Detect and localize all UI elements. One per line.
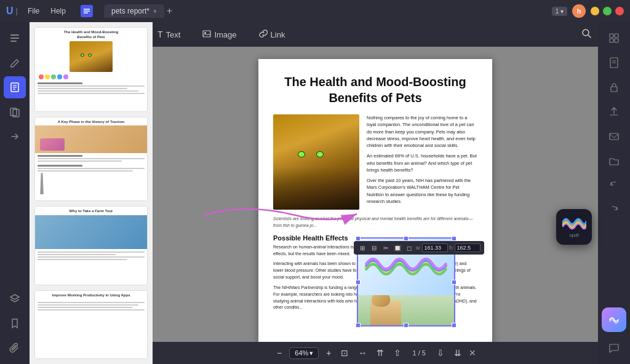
sidebar-icon-home[interactable] bbox=[4, 27, 26, 49]
minimize-button[interactable] bbox=[591, 7, 599, 15]
zoom-out-button[interactable]: − bbox=[274, 347, 284, 359]
page-prev-button[interactable]: ⇧ bbox=[391, 347, 404, 359]
svg-rect-19 bbox=[615, 39, 618, 42]
resize-handle-mr[interactable] bbox=[452, 280, 457, 285]
height-input[interactable] bbox=[455, 243, 480, 252]
svg-rect-18 bbox=[610, 39, 613, 42]
resize-handle-tm[interactable] bbox=[404, 236, 409, 241]
user-avatar[interactable]: h bbox=[572, 4, 586, 18]
thumb-num-4: 4 bbox=[35, 358, 147, 359]
fit-width-button[interactable]: ↔ bbox=[356, 347, 369, 359]
thumb-line-4c bbox=[38, 307, 133, 308]
svg-rect-12 bbox=[203, 31, 210, 37]
page-number: 1 / 5 bbox=[409, 349, 429, 357]
maximize-button[interactable] bbox=[603, 7, 612, 15]
zoom-in-button[interactable]: + bbox=[324, 347, 333, 359]
link-label: Link bbox=[271, 30, 285, 39]
dim-tool-2[interactable]: ⊟ bbox=[369, 243, 379, 253]
menu-file[interactable]: File bbox=[23, 5, 44, 17]
thumbnail-page-3[interactable]: Why to Take a Farm Tour 3 bbox=[34, 206, 148, 285]
svg-rect-3 bbox=[10, 34, 19, 36]
width-label: w bbox=[416, 245, 420, 251]
thumb-line-2c bbox=[38, 168, 145, 169]
dim-tool-3[interactable]: ✂ bbox=[381, 243, 391, 253]
pdf-viewer[interactable]: The Health and Mood-Boosting Benefits of… bbox=[153, 47, 598, 342]
right-icon-comment[interactable] bbox=[603, 337, 625, 359]
thumbnail-page-1[interactable]: The Health and Mood-BoostingBenefits of … bbox=[34, 27, 148, 112]
search-button[interactable] bbox=[581, 28, 592, 41]
pdf-caption: Scientists are looking at what the poten… bbox=[273, 216, 477, 229]
thumbnail-page-4[interactable]: Improve Working Productivity in Using Ap… bbox=[34, 290, 148, 359]
right-icon-lock[interactable] bbox=[603, 76, 625, 98]
sidebar-icon-document[interactable] bbox=[4, 76, 26, 98]
right-icon-upload[interactable] bbox=[603, 101, 625, 123]
thumb-line-2d bbox=[38, 170, 133, 172]
thumb-title-1: The Health and Mood-BoostingBenefits of … bbox=[36, 30, 146, 40]
resize-handle-tl[interactable] bbox=[356, 236, 361, 241]
right-icon-folder[interactable] bbox=[603, 150, 625, 172]
close-button[interactable] bbox=[615, 7, 624, 15]
right-icon-redo[interactable] bbox=[603, 199, 625, 221]
page-next-button[interactable]: ⇩ bbox=[434, 347, 447, 359]
zoom-value: 64% bbox=[295, 349, 308, 357]
toolbar-text-button[interactable]: T Text bbox=[153, 27, 185, 42]
thumbnail-panel: The Health and Mood-BoostingBenefits of … bbox=[30, 22, 153, 364]
thumb-line-1a bbox=[38, 85, 145, 87]
active-tab[interactable]: pets report* × bbox=[104, 4, 164, 18]
updf-float-label: updf bbox=[569, 232, 579, 238]
right-icon-mail[interactable] bbox=[603, 125, 625, 148]
intro-p3: Over the past 10 years, NIH has partnere… bbox=[367, 177, 477, 205]
right-sidebar bbox=[598, 22, 630, 364]
add-tab-button[interactable]: + bbox=[167, 6, 172, 17]
titlebar-right: 1 ▾ h bbox=[552, 4, 624, 18]
thumb-preview-2: A Key Phase in the History of Tourism bbox=[35, 117, 147, 202]
zoom-display[interactable]: 64% ▾ bbox=[289, 347, 319, 359]
thumbnail-page-2[interactable]: A Key Phase in the History of Tourism 2 bbox=[34, 117, 148, 202]
resize-handle-ml[interactable] bbox=[356, 280, 361, 285]
intro-p1: Nothing compares to the joy of coming ho… bbox=[367, 114, 477, 149]
zoom-dropdown-icon[interactable]: ▾ bbox=[309, 349, 313, 357]
thumb-line-3c bbox=[38, 256, 145, 258]
window-controls bbox=[591, 7, 624, 15]
page-last-button[interactable]: ⇊ bbox=[452, 347, 464, 359]
main-layout: The Health and Mood-BoostingBenefits of … bbox=[0, 22, 630, 364]
page-close-button[interactable]: ✕ bbox=[469, 348, 476, 358]
dim-tool-5[interactable]: ◻ bbox=[404, 243, 414, 253]
pdf-intro-text: Nothing compares to the joy of coming ho… bbox=[367, 114, 477, 210]
toolbar-link-button[interactable]: Link bbox=[254, 27, 290, 42]
sidebar-icon-bookmark[interactable] bbox=[4, 312, 26, 334]
version-badge[interactable]: 1 ▾ bbox=[552, 7, 567, 16]
close-tab-button[interactable]: × bbox=[153, 8, 157, 15]
cat-image bbox=[273, 114, 359, 210]
thumb-section-head-2 bbox=[38, 155, 82, 157]
sidebar-icon-convert[interactable] bbox=[4, 125, 26, 148]
dim-tool-1[interactable]: ⊞ bbox=[357, 243, 367, 253]
right-icon-doc[interactable] bbox=[603, 52, 625, 74]
sidebar-icon-layers[interactable] bbox=[4, 288, 26, 310]
app-logo: U | bbox=[6, 6, 18, 17]
resize-handle-bm[interactable] bbox=[404, 323, 409, 328]
right-icon-grid[interactable] bbox=[603, 27, 625, 49]
resize-handle-br[interactable] bbox=[452, 323, 457, 328]
pdf-intro-section: Nothing compares to the joy of coming ho… bbox=[273, 114, 477, 210]
menu-help[interactable]: Help bbox=[46, 5, 71, 17]
svg-line-15 bbox=[588, 35, 591, 38]
width-input[interactable] bbox=[422, 243, 448, 252]
sidebar-icon-edit[interactable] bbox=[4, 52, 26, 74]
thumb-line-1d bbox=[38, 93, 145, 94]
sidebar-icon-attachment[interactable] bbox=[4, 337, 26, 359]
ai-icon[interactable] bbox=[602, 307, 626, 332]
resize-handle-bl[interactable] bbox=[356, 323, 361, 328]
thumb-wave-1 bbox=[35, 73, 147, 81]
resize-handle-tr[interactable] bbox=[452, 236, 457, 241]
dim-tool-4[interactable]: 🔲 bbox=[393, 243, 402, 253]
toolbar-image-button[interactable]: Image bbox=[197, 27, 241, 42]
sidebar-icon-pages[interactable] bbox=[4, 101, 26, 123]
right-icon-undo[interactable] bbox=[603, 175, 625, 197]
page-first-button[interactable]: ⇈ bbox=[374, 347, 386, 359]
thumb-img-3 bbox=[35, 215, 147, 249]
thumb-line-1c bbox=[38, 90, 138, 92]
text-label: Text bbox=[166, 30, 181, 39]
updf-float-widget[interactable]: updf bbox=[556, 209, 592, 245]
fit-page-button[interactable]: ⊡ bbox=[338, 347, 351, 359]
